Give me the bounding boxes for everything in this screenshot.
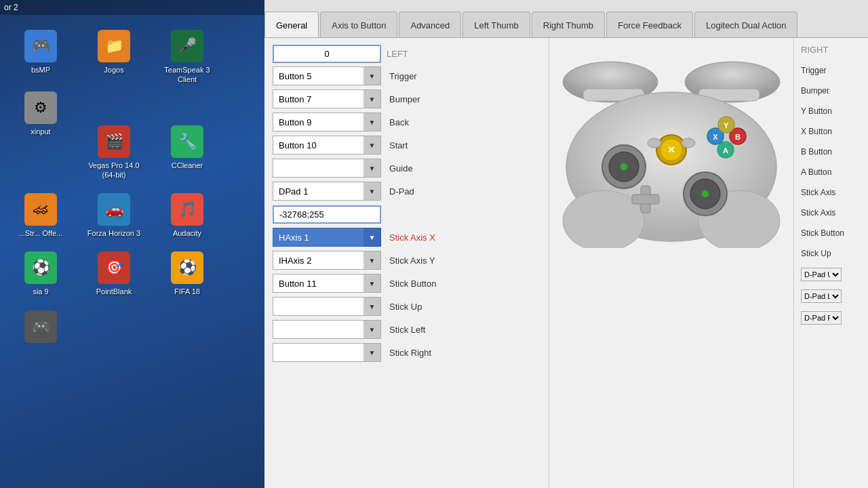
xinput-icon: ⚙ [24,92,57,124]
fifa18-icon: ⚽ [171,251,203,284]
bumper-dropdown[interactable]: Button 7 [273,89,381,108]
stick-axis-y-label: Stick Axis Y [381,256,540,266]
desktop-icon-audacity[interactable]: 🎵 Audacity [153,189,221,242]
pes9-icon: ⚽ [24,251,57,284]
tab-logitech[interactable]: Logitech Dual Action [694,12,798,37]
desktop-icon-pes9[interactable]: ⚽ sia 9 [7,247,75,300]
jogos-label: Jogos [104,65,123,75]
stick-axis-x-dropdown[interactable]: HAxis 1 [273,228,381,247]
tab-advanced[interactable]: Advanced [399,12,461,37]
stick-up-dropdown[interactable] [273,297,381,316]
pointblank-icon: 🎯 [98,251,130,284]
back-dropdown-wrap: Button 9 ▼ [273,113,381,131]
guide-dropdown[interactable] [273,159,381,178]
desktop-icon-bsmp[interactable]: 🎮 bsMP [7,26,75,89]
start-label: Start [381,140,540,150]
svg-text:Y: Y [724,121,729,129]
mapping-area: 0 LEFT Button 5 ▼ Trigger Button 7 [264,38,549,488]
row-back: Button 9 ▼ Back [273,112,540,132]
stick-button-dropdown[interactable]: Button 11 [273,274,381,293]
teamspeak-icon: 🎤 [171,30,203,62]
desktop-icon-fifa18[interactable]: ⚽ FIFA 18 [153,247,221,300]
desktop-icon-vegaspro[interactable]: 🎬 Vegas Pro 14.0 (64-bit) [80,121,148,184]
svg-point-9 [620,163,627,170]
trigger-dropdown-wrap: Button 5 ▼ [273,66,381,85]
bsmp-label: bsMP [31,65,50,75]
row-trigger: Button 5 ▼ Trigger [273,66,540,86]
right-trigger: Trigger [798,60,868,81]
stick-up-label: Stick Up [381,302,540,312]
stick-right-dropdown-wrap: ▼ [273,343,381,362]
svg-text:B: B [735,133,741,141]
tab-left-thumb[interactable]: Left Thumb [462,12,530,37]
desktop: or 2 🎮 bsMP 📁 Jogos 🎤 TeamSpeak 3 Client… [0,0,264,488]
left-header: LEFT [381,46,408,62]
back-label: Back [381,117,540,127]
stick-axis-y-dropdown[interactable]: IHAxis 2 [273,251,381,270]
stick-left-label: Stick Left [381,325,540,335]
jogos-icon: 📁 [98,30,130,62]
right-stick-axis-1: Stick Axis [798,182,868,203]
start-dropdown[interactable]: Button 10 [273,136,381,155]
coord-row [273,204,540,224]
audacity-label: Audacity [173,228,201,238]
desktop-icon-ccleaner[interactable]: 🔧 CCleaner [153,121,221,184]
guide-label: Guide [381,163,540,174]
guide-dropdown-wrap: ▼ [273,159,381,178]
row-stick-right: ▼ Stick Right [273,342,540,363]
stick-right-dropdown[interactable] [273,343,381,362]
dpad-up-dropdown[interactable]: D-Pad Up [801,268,842,281]
stick-button-dropdown-wrap: Button 11 ▼ [273,274,381,293]
back-dropdown[interactable]: Button 9 [273,113,381,131]
teamspeak-label: TeamSpeak 3 Client [157,65,217,85]
value-input[interactable]: 0 [273,45,381,63]
trigger-label: Trigger [381,71,540,81]
right-stick-axis-2: Stick Axis [798,203,868,223]
stick-axis-y-dropdown-wrap: IHAxis 2 ▼ [273,251,381,270]
right-column: RIGHT Trigger Bumper Y Button X Button B… [793,38,868,488]
tab-axis-to-button[interactable]: Axis to Button [320,12,397,37]
tab-right-thumb[interactable]: Right Thumb [532,12,605,37]
right-stick-up: Stick Up [798,243,868,264]
header-row: 0 LEFT [273,45,540,63]
dpad-dropdown[interactable]: DPad 1 [273,182,381,201]
desktop-icon-forza-horizon[interactable]: 🚗 Forza Horizon 3 [80,189,148,242]
row-stick-axis-x: HAxis 1 ▼ Stick Axis X [273,227,540,247]
ccleaner-icon: 🔧 [171,125,203,158]
trigger-dropdown[interactable]: Button 5 [273,66,381,85]
desktop-icon-teamspeak[interactable]: 🎤 TeamSpeak 3 Client [153,26,221,89]
dpad-left-dropdown[interactable]: D-Pad Left [801,289,842,303]
controller-svg: ✕ A X B Y [549,45,793,248]
forza-horizon-label: Forza Horizon 3 [87,228,140,238]
stick-left-dropdown[interactable] [273,320,381,339]
desktop-icon-forza-str[interactable]: 🏎 ...Str... Offe... [7,189,75,242]
desktop-icon-pes-bottom[interactable]: 🎮 [7,306,75,350]
audacity-icon: 🎵 [171,193,203,226]
right-b-button: B Button [798,142,868,162]
row-start: Button 10 ▼ Start [273,135,540,155]
right-x-button: X Button [798,121,868,142]
right-dpad-right: D-Pad Right [798,307,868,329]
row-stick-axis-y: IHAxis 2 ▼ Stick Axis Y [273,250,540,270]
right-stick-button: Stick Button [798,223,868,243]
coord-input[interactable] [273,205,381,224]
app-panel: General Axis to Button Advanced Left Thu… [264,0,868,488]
fifa18-label: FIFA 18 [174,287,200,296]
pes9-label: sia 9 [33,287,48,296]
vegaspro-label: Vegas Pro 14.0 (64-bit) [84,161,144,180]
desktop-icon-xinput[interactable]: ⚙ xinput [7,87,75,184]
desktop-icon-pointblank[interactable]: 🎯 PointBlank [80,247,148,300]
tab-bar: General Axis to Button Advanced Left Thu… [264,0,868,38]
forza-str-label: ...Str... Offe... [19,228,63,238]
dpad-right-dropdown[interactable]: D-Pad Right [801,311,842,325]
forza-str-icon: 🏎 [24,193,57,226]
svg-point-18 [648,138,661,148]
stick-right-label: Stick Right [381,348,540,358]
right-stick-left: D-Pad Up [798,264,868,285]
desktop-icons: 🎮 bsMP 📁 Jogos 🎤 TeamSpeak 3 Client ⚙ xi… [0,15,264,361]
tab-general[interactable]: General [264,12,319,37]
tab-force-feedback[interactable]: Force Feedback [606,12,693,37]
stick-axis-x-label: Stick Axis X [381,232,540,243]
svg-text:A: A [723,146,728,155]
desktop-icon-jogos[interactable]: 📁 Jogos [80,26,148,89]
